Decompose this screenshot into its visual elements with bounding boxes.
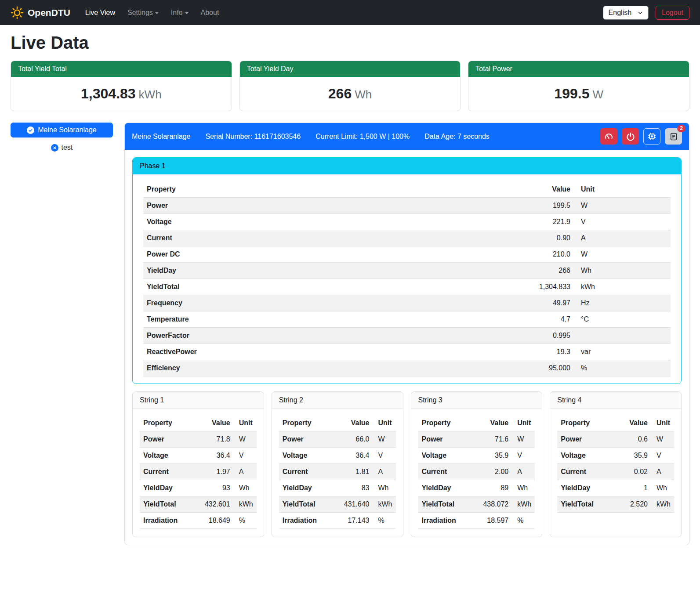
string-title: String 2 bbox=[272, 392, 403, 409]
phase-1-card: Phase 1 Property Value Unit Power199.5WV… bbox=[132, 157, 682, 384]
column-header-unit: Unit bbox=[234, 415, 257, 431]
event-log-button[interactable]: 2 bbox=[665, 128, 682, 145]
total-yield-day-card: Total Yield Day 266Wh bbox=[239, 61, 461, 111]
value-cell: 36.4 bbox=[332, 448, 373, 464]
nav-item-settings[interactable]: Settings bbox=[121, 5, 165, 20]
nav-item-info[interactable]: Info bbox=[165, 5, 195, 20]
value-cell: 1,304.833 bbox=[401, 279, 574, 295]
property-cell: Current bbox=[279, 464, 332, 480]
nav-links: Live View Settings Info About bbox=[79, 5, 225, 20]
value-cell: 19.3 bbox=[401, 344, 574, 360]
value-cell: 89 bbox=[471, 480, 512, 496]
phase-title: Phase 1 bbox=[133, 158, 681, 174]
table-header-row: Property Value Unit bbox=[557, 415, 674, 431]
unit-cell: W bbox=[651, 431, 674, 448]
logout-button[interactable]: Logout bbox=[656, 6, 689, 20]
table-row: Voltage35.9V bbox=[557, 448, 674, 464]
brand-label: OpenDTU bbox=[28, 7, 70, 18]
property-cell: Power DC bbox=[143, 246, 401, 263]
string-1-card: String 1 Property Value Unit Power71.8WV… bbox=[132, 391, 264, 537]
unit-cell: V bbox=[234, 448, 257, 464]
brand-link[interactable]: OpenDTU bbox=[11, 6, 70, 19]
property-cell: Power bbox=[279, 431, 332, 448]
column-header-unit: Unit bbox=[651, 415, 674, 431]
value-cell: 2.520 bbox=[615, 496, 651, 513]
nav-item-label: Info bbox=[171, 9, 183, 17]
property-cell: Temperature bbox=[143, 311, 401, 328]
unit-cell: W bbox=[234, 431, 257, 448]
inverter-sidebar: Meine Solaranlage test bbox=[11, 123, 113, 153]
value-cell: 83 bbox=[332, 480, 373, 496]
property-cell: YieldTotal bbox=[557, 496, 615, 513]
limit-settings-button[interactable] bbox=[600, 128, 617, 145]
navbar-right: English Logout bbox=[603, 6, 689, 20]
chevron-down-icon bbox=[155, 12, 159, 14]
unit-cell: W bbox=[574, 246, 671, 263]
inverter-select-active-button[interactable]: Meine Solaranlage bbox=[11, 123, 113, 137]
unit-cell: V bbox=[512, 448, 535, 464]
property-cell: Power bbox=[418, 431, 471, 448]
card-value: 199.5 bbox=[554, 86, 589, 101]
string-table: Property Value Unit Power66.0WVoltage36.… bbox=[279, 415, 396, 529]
language-select[interactable]: English bbox=[603, 6, 649, 20]
column-header-value: Value bbox=[471, 415, 512, 431]
card-unit: Wh bbox=[355, 88, 372, 101]
table-row: YieldDay93Wh bbox=[140, 480, 257, 496]
unit-cell: V bbox=[574, 214, 671, 230]
nav-item-live-view[interactable]: Live View bbox=[79, 5, 121, 20]
inverter-serial: Serial Number: 116171603546 bbox=[205, 133, 301, 141]
table-row: Irradiation17.143% bbox=[279, 513, 396, 529]
unit-cell: V bbox=[651, 448, 674, 464]
value-cell: 0.02 bbox=[615, 464, 651, 480]
power-toggle-button[interactable] bbox=[622, 128, 639, 145]
unit-cell: % bbox=[512, 513, 535, 529]
property-cell: Voltage bbox=[143, 214, 401, 230]
unit-cell: kWh bbox=[651, 496, 674, 513]
value-cell: 18.649 bbox=[192, 513, 234, 529]
table-row: YieldDay89Wh bbox=[418, 480, 535, 496]
column-header-unit: Unit bbox=[574, 181, 671, 198]
column-header-property: Property bbox=[279, 415, 332, 431]
table-row: Power0.6W bbox=[557, 431, 674, 448]
column-header-property: Property bbox=[143, 181, 401, 198]
property-cell: YieldTotal bbox=[140, 496, 192, 513]
table-header-row: Property Value Unit bbox=[418, 415, 535, 431]
property-cell: Current bbox=[143, 230, 401, 246]
nav-item-about[interactable]: About bbox=[195, 5, 225, 20]
card-unit: W bbox=[592, 88, 603, 101]
value-cell: 1.81 bbox=[332, 464, 373, 480]
phase-table: Property Value Unit Power199.5WVoltage22… bbox=[143, 181, 671, 376]
table-row: YieldTotal2.520kWh bbox=[557, 496, 674, 513]
unit-cell: W bbox=[574, 198, 671, 214]
table-header-row: Property Value Unit bbox=[140, 415, 257, 431]
property-cell: Power bbox=[140, 431, 192, 448]
column-header-property: Property bbox=[140, 415, 192, 431]
page-title: Live Data bbox=[11, 33, 689, 53]
unit-cell: Wh bbox=[234, 480, 257, 496]
check-circle-icon bbox=[27, 127, 34, 134]
table-row: YieldTotal1,304.833kWh bbox=[143, 279, 671, 295]
card-title: Total Power bbox=[468, 61, 689, 77]
property-cell: YieldTotal bbox=[418, 496, 471, 513]
property-cell: Voltage bbox=[557, 448, 615, 464]
column-header-unit: Unit bbox=[373, 415, 396, 431]
unit-cell: W bbox=[373, 431, 396, 448]
language-value: English bbox=[609, 9, 631, 17]
unit-cell: A bbox=[512, 464, 535, 480]
unit-cell: kWh bbox=[512, 496, 535, 513]
value-cell: 438.072 bbox=[471, 496, 512, 513]
unit-cell: kWh bbox=[373, 496, 396, 513]
property-cell: Irradiation bbox=[140, 513, 192, 529]
card-value: 1,304.83 bbox=[81, 86, 136, 101]
value-cell: 266 bbox=[401, 263, 574, 279]
string-table: Property Value Unit Power0.6WVoltage35.9… bbox=[557, 415, 674, 513]
inverter-select-inactive-button[interactable]: test bbox=[47, 142, 76, 153]
unit-cell: % bbox=[574, 360, 671, 376]
unit-cell: var bbox=[574, 344, 671, 360]
unit-cell: Hz bbox=[574, 295, 671, 311]
inverter-current-limit: Current Limit: 1,500 W | 100% bbox=[316, 133, 410, 141]
device-info-button[interactable] bbox=[643, 128, 660, 145]
unit-cell: A bbox=[574, 230, 671, 246]
table-row: Power71.8W bbox=[140, 431, 257, 448]
main-content: Meine Solaranlage test Meine Solaranlage… bbox=[11, 123, 689, 545]
